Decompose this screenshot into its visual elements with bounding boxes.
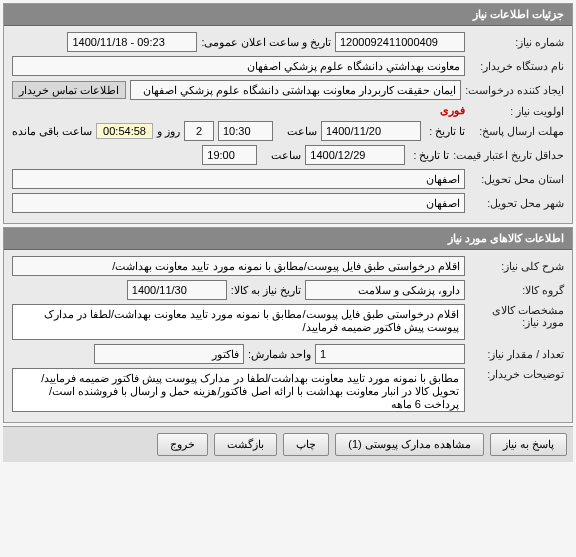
to-date-label: تا تاریخ : bbox=[425, 125, 465, 137]
items-info-panel: اطلاعات کالاهای مورد نیاز شرح کلی نیاز: … bbox=[3, 227, 573, 423]
validity-time-label: ساعت bbox=[261, 149, 301, 161]
spec-field bbox=[12, 304, 465, 340]
remaining-label: ساعت باقی مانده bbox=[12, 125, 92, 138]
buyer-label: نام دستگاه خریدار: bbox=[469, 60, 564, 72]
group-label: گروه کالا: bbox=[469, 284, 564, 296]
validity-label: حداقل تاریخ اعتبار قیمت: bbox=[453, 149, 564, 161]
validity-to-date-label: تا تاریخ : bbox=[409, 149, 449, 161]
creator-label: ایجاد کننده درخواست: bbox=[465, 84, 564, 96]
countdown-timer: 00:54:58 bbox=[96, 123, 153, 139]
need-date-field bbox=[127, 280, 227, 300]
request-no-field bbox=[335, 32, 465, 52]
need-info-header: جزئیات اطلاعات نیاز bbox=[4, 4, 572, 26]
creator-field bbox=[130, 80, 461, 100]
desc-field bbox=[12, 256, 465, 276]
group-field bbox=[305, 280, 465, 300]
spec-label: مشخصات کالای مورد نیاز: bbox=[469, 304, 564, 328]
qty-label: تعداد / مقدار نیاز: bbox=[469, 348, 564, 360]
deadline-time-field bbox=[218, 121, 273, 141]
need-date-label: تاریخ نیاز به کالا: bbox=[231, 284, 301, 297]
need-info-panel: جزئیات اطلاعات نیاز شماره نیاز: تاریخ و … bbox=[3, 3, 573, 224]
priority-value: فوری bbox=[440, 104, 465, 117]
province-field bbox=[12, 169, 465, 189]
reply-button[interactable]: پاسخ به نیاز bbox=[490, 433, 567, 456]
unit-label: واحد شمارش: bbox=[248, 348, 311, 361]
announce-label: تاریخ و ساعت اعلان عمومی: bbox=[201, 36, 331, 48]
validity-date-field bbox=[305, 145, 405, 165]
province-label: استان محل تحویل: bbox=[469, 173, 564, 185]
announce-field bbox=[67, 32, 197, 52]
notes-label: توضیحات خریدار: bbox=[469, 368, 564, 380]
deadline-time-label: ساعت bbox=[277, 125, 317, 137]
deadline-label: مهلت ارسال پاسخ: bbox=[469, 125, 564, 137]
unit-field bbox=[94, 344, 244, 364]
print-button[interactable]: چاپ bbox=[283, 433, 329, 456]
contact-buyer-button[interactable]: اطلاعات تماس خریدار bbox=[12, 81, 126, 99]
validity-time-field bbox=[202, 145, 257, 165]
request-no-label: شماره نیاز: bbox=[469, 36, 564, 48]
items-info-header: اطلاعات کالاهای مورد نیاز bbox=[4, 228, 572, 250]
back-button[interactable]: بازگشت bbox=[214, 433, 277, 456]
city-field bbox=[12, 193, 465, 213]
desc-label: شرح کلی نیاز: bbox=[469, 260, 564, 272]
footer-toolbar: پاسخ به نیاز مشاهده مدارک پیوستی (1) چاپ… bbox=[3, 426, 573, 462]
days-label: روز و bbox=[157, 125, 180, 138]
city-label: شهر محل تحویل: bbox=[469, 197, 564, 209]
days-remaining-field bbox=[184, 121, 214, 141]
priority-label: اولویت نیاز : bbox=[469, 105, 564, 117]
qty-field bbox=[315, 344, 465, 364]
attachments-button[interactable]: مشاهده مدارک پیوستی (1) bbox=[335, 433, 484, 456]
notes-field bbox=[12, 368, 465, 412]
exit-button[interactable]: خروج bbox=[157, 433, 208, 456]
buyer-field bbox=[12, 56, 465, 76]
deadline-date-field bbox=[321, 121, 421, 141]
